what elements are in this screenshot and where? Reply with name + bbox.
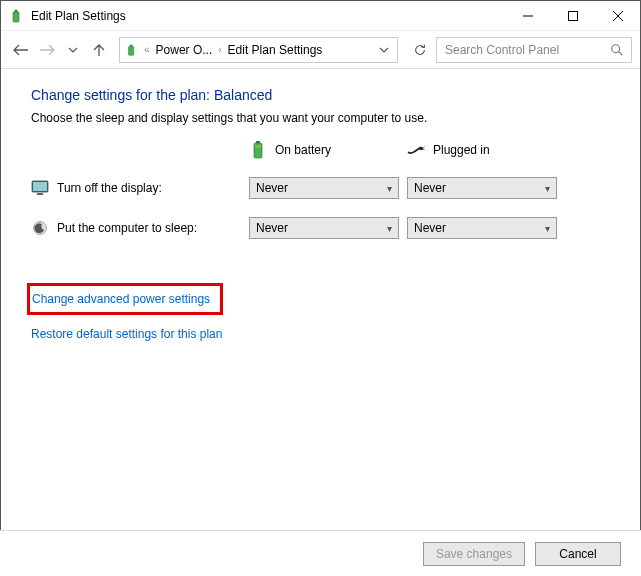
search-icon[interactable] — [609, 42, 625, 58]
chevron-down-icon: ▾ — [387, 183, 392, 194]
breadcrumb[interactable]: « Power O... › Edit Plan Settings — [119, 37, 398, 63]
svg-rect-0 — [13, 12, 19, 22]
chevron-down-icon: ▾ — [545, 223, 550, 234]
history-dropdown[interactable] — [61, 38, 85, 62]
battery-icon — [249, 141, 267, 159]
refresh-button[interactable] — [406, 37, 434, 63]
sleep-icon — [31, 219, 49, 237]
restore-defaults-link[interactable]: Restore default settings for this plan — [31, 327, 222, 341]
svg-point-8 — [612, 44, 620, 52]
window-title: Edit Plan Settings — [31, 9, 505, 23]
footer-bar: Save changes Cancel — [0, 530, 641, 576]
row-label-text: Turn off the display: — [57, 181, 162, 195]
search-input[interactable] — [443, 42, 609, 58]
plug-icon — [407, 141, 425, 159]
column-header-battery: On battery — [249, 141, 399, 159]
search-box[interactable] — [436, 37, 632, 63]
column-header-label: Plugged in — [433, 143, 490, 157]
column-header-label: On battery — [275, 143, 331, 157]
svg-line-14 — [423, 147, 425, 148]
display-battery-dropdown[interactable]: Never ▾ — [249, 177, 399, 199]
svg-rect-11 — [256, 141, 260, 143]
back-button[interactable] — [9, 38, 33, 62]
breadcrumb-part[interactable]: Power O... — [152, 43, 217, 57]
svg-rect-6 — [129, 46, 134, 55]
highlight-box: Change advanced power settings — [27, 283, 223, 315]
dropdown-value: Never — [414, 221, 446, 235]
dropdown-value: Never — [414, 181, 446, 195]
breadcrumb-part[interactable]: Edit Plan Settings — [224, 43, 327, 57]
power-options-icon — [124, 42, 140, 58]
svg-rect-1 — [15, 10, 18, 12]
display-plugged-dropdown[interactable]: Never ▾ — [407, 177, 557, 199]
minimize-button[interactable] — [505, 1, 550, 30]
links-area: Change advanced power settings Restore d… — [31, 283, 616, 341]
page-heading: Change settings for the plan: Balanced — [31, 87, 616, 103]
row-label-sleep: Put the computer to sleep: — [31, 219, 241, 237]
dropdown-value: Never — [256, 181, 288, 195]
svg-rect-3 — [568, 11, 577, 20]
sleep-plugged-dropdown[interactable]: Never ▾ — [407, 217, 557, 239]
breadcrumb-dropdown[interactable] — [375, 38, 393, 62]
column-header-plugged: Plugged in — [407, 141, 557, 159]
svg-rect-17 — [33, 182, 47, 191]
save-button[interactable]: Save changes — [423, 542, 525, 566]
maximize-button[interactable] — [550, 1, 595, 30]
nav-bar: « Power O... › Edit Plan Settings — [1, 31, 640, 69]
row-label-text: Put the computer to sleep: — [57, 221, 197, 235]
content-area: Change settings for the plan: Balanced C… — [1, 69, 640, 353]
sleep-battery-dropdown[interactable]: Never ▾ — [249, 217, 399, 239]
page-description: Choose the sleep and display settings th… — [31, 111, 616, 125]
cancel-button[interactable]: Cancel — [535, 542, 621, 566]
forward-button[interactable] — [35, 38, 59, 62]
advanced-settings-link[interactable]: Change advanced power settings — [32, 292, 210, 306]
svg-line-9 — [619, 51, 623, 55]
row-label-display: Turn off the display: — [31, 179, 241, 197]
chevron-down-icon: ▾ — [545, 183, 550, 194]
svg-rect-18 — [37, 193, 43, 195]
svg-rect-7 — [130, 44, 133, 46]
caption-buttons — [505, 1, 640, 30]
chevron-right-icon[interactable]: › — [218, 44, 221, 55]
close-button[interactable] — [595, 1, 640, 30]
settings-grid: On battery Plugged in Turn — [31, 141, 616, 239]
power-options-icon — [9, 8, 25, 24]
up-button[interactable] — [87, 38, 111, 62]
chevron-down-icon: ▾ — [387, 223, 392, 234]
breadcrumb-prefix: « — [144, 44, 150, 55]
display-icon — [31, 179, 49, 197]
dropdown-value: Never — [256, 221, 288, 235]
title-bar: Edit Plan Settings — [1, 1, 640, 31]
svg-rect-12 — [255, 145, 261, 148]
